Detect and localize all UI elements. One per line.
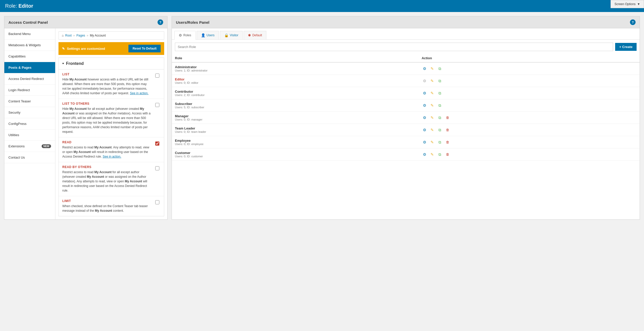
visitor-tab-icon: 🔒 (224, 33, 229, 37)
limit-checkbox[interactable] (155, 200, 159, 204)
delete-icon-customer[interactable]: 🗑 (445, 152, 450, 157)
copy-icon-administrator[interactable]: ⧉ (437, 66, 443, 72)
tab-visitor[interactable]: 🔒 Visitor (220, 31, 243, 39)
gear-icon-customer[interactable]: ⚙ (422, 152, 427, 157)
action-icons-administrator: ⚙✎⧉ (422, 66, 637, 72)
edit-icon-editor[interactable]: ✎ (429, 78, 435, 84)
roles-table: Role Action AdministratorUsers: 1; ID: a… (172, 54, 640, 161)
read-by-others-checkbox[interactable] (155, 166, 159, 170)
edit-icon-employee[interactable]: ✎ (429, 139, 435, 145)
banner-text: Settings are customized (67, 47, 105, 51)
edit-icon-administrator[interactable]: ✎ (429, 66, 435, 72)
breadcrumb-current: My Account (90, 34, 106, 37)
gear-icon-employee[interactable]: ⚙ (422, 139, 427, 145)
sidebar-item-posts-pages[interactable]: Posts & Pages (4, 62, 55, 73)
list-checkbox[interactable] (155, 74, 159, 78)
tab-users[interactable]: 👤 Users (197, 31, 219, 39)
read-checkbox[interactable] (155, 141, 159, 146)
role-meta-team-leader: Users: 0; ID: team leader (175, 130, 415, 133)
sidebar-item-extensions[interactable]: Extensions NEW (4, 141, 55, 152)
breadcrumb: ⌂ Root » Pages » My Account (58, 31, 164, 40)
copy-icon-subscriber[interactable]: ⧉ (437, 103, 443, 108)
access-row-read-by-others: READ BY OTHERS Restrict access to read M… (59, 162, 164, 196)
sidebar-item-metaboxes-widgets[interactable]: Metaboxes & Widgets (4, 40, 55, 51)
limit-title: LIMIT (62, 199, 151, 203)
edit-icon-customer[interactable]: ✎ (429, 152, 435, 157)
page-title-prefix: Role: (5, 3, 18, 9)
copy-icon-customer[interactable]: ⧉ (437, 152, 443, 157)
gear-icon-editor[interactable]: ⚙ (422, 78, 427, 84)
sidebar-item-capabilities[interactable]: Capabilities (4, 51, 55, 62)
sidebar-item-backend-menu[interactable]: Backend Menu (4, 28, 55, 40)
role-name-customer: Customer (175, 151, 415, 155)
role-meta-employee: Users: 0; ID: employee (175, 143, 415, 146)
home-icon: ⌂ (62, 34, 64, 37)
page-header: Role: Editor (0, 0, 644, 12)
breadcrumb-root[interactable]: Root (65, 34, 71, 37)
access-panel-help-button[interactable]: ? (158, 19, 163, 25)
role-meta-customer: Users: 0; ID: customer (175, 155, 415, 158)
copy-icon-contributor[interactable]: ⧉ (437, 90, 443, 96)
edit-icon-manager[interactable]: ✎ (429, 115, 435, 121)
edit-icon-subscriber[interactable]: ✎ (429, 103, 435, 108)
access-panel-header: Access Control Panel ? (4, 16, 167, 28)
copy-icon-employee[interactable]: ⧉ (437, 139, 443, 145)
gear-icon-contributor[interactable]: ⚙ (422, 90, 427, 96)
role-name-employee: Employee (175, 139, 415, 143)
delete-icon-employee[interactable]: 🗑 (445, 139, 450, 145)
search-role-input[interactable] (175, 43, 613, 51)
edit-icon-contributor[interactable]: ✎ (429, 90, 435, 96)
roles-panel-title: Users/Roles Panel (176, 20, 209, 25)
table-row: AdministratorUsers: 1; ID: administrator… (172, 62, 640, 75)
gear-icon-subscriber[interactable]: ⚙ (422, 103, 427, 108)
edit-icon-team-leader[interactable]: ✎ (429, 127, 435, 133)
table-row: EmployeeUsers: 0; ID: employee⚙✎⧉🗑 (172, 136, 640, 148)
gear-icon-team-leader[interactable]: ⚙ (422, 127, 427, 133)
table-row: SubscriberUsers: 5; ID: subscriber⚙✎⧉ (172, 99, 640, 112)
gear-icon-administrator[interactable]: ⚙ (422, 66, 427, 72)
sidebar-item-utilities[interactable]: Utilities (4, 129, 55, 141)
role-meta-subscriber: Users: 5; ID: subscriber (175, 106, 415, 109)
copy-icon-manager[interactable]: ⧉ (437, 115, 443, 121)
copy-icon-editor[interactable]: ⧉ (437, 78, 443, 84)
reset-to-default-button[interactable]: Reset To Default (128, 45, 161, 52)
read-desc: Restrict access to read My Account. Any … (62, 145, 151, 159)
sidebar-item-login-redirect[interactable]: Login Redirect (4, 85, 55, 96)
delete-icon-team-leader[interactable]: 🗑 (445, 127, 450, 133)
action-icons-contributor: ⚙✎⧉ (422, 90, 637, 96)
create-role-button[interactable]: + Create (615, 43, 637, 51)
table-row: ContributorUsers: 2; ID: contributor⚙✎⧉ (172, 87, 640, 99)
list-to-others-checkbox[interactable] (155, 103, 159, 107)
delete-icon-manager[interactable]: 🗑 (445, 115, 450, 121)
list-to-others-desc: Hide My Account for all except author (w… (62, 107, 151, 134)
sidebar-item-content-teaser[interactable]: Content Teaser (4, 96, 55, 107)
access-control-panel: Access Control Panel ? Backend Menu Meta… (4, 16, 168, 220)
copy-icon-team-leader[interactable]: ⧉ (437, 127, 443, 133)
breadcrumb-pages[interactable]: Pages (76, 34, 85, 37)
frontend-header: ▪ Frontend (59, 58, 164, 69)
search-create-bar: + Create (172, 40, 640, 54)
check-icon: ✎ (62, 47, 65, 51)
main-layout: Access Control Panel ? Backend Menu Meta… (0, 12, 644, 224)
sidebar-item-configpress[interactable]: ConfigPress (4, 118, 55, 129)
screen-options-button[interactable]: Screen Options ▼ (611, 0, 644, 8)
access-row-list: LIST Hide My Account however access with… (59, 69, 164, 99)
tab-default[interactable]: ✱ Default (244, 31, 266, 39)
tab-roles[interactable]: ⚙ Roles (174, 31, 196, 40)
table-row: CustomerUsers: 0; ID: customer⚙✎⧉🗑 (172, 148, 640, 161)
content-area: ⌂ Root » Pages » My Account ✎ Settings a… (55, 28, 167, 219)
chevron-down-icon: ▼ (637, 2, 640, 6)
action-icons-employee: ⚙✎⧉🗑 (422, 139, 637, 145)
read-title: READ (62, 140, 151, 144)
roles-panel-help-button[interactable]: ? (630, 19, 636, 25)
sidebar-item-contact-us[interactable]: Contact Us (4, 152, 55, 163)
gear-icon-manager[interactable]: ⚙ (422, 115, 427, 121)
sidebar-item-security[interactable]: Security (4, 107, 55, 118)
col-role: Role (172, 54, 419, 62)
roles-panel-header: Users/Roles Panel ? (172, 16, 640, 28)
role-name-team-leader: Team Leader (175, 126, 415, 130)
roles-tab-icon: ⚙ (179, 33, 182, 37)
sidebar-item-access-denied[interactable]: Access Denied Redirect (4, 73, 55, 85)
screen-options-label: Screen Options (614, 2, 636, 6)
list-title: LIST (62, 73, 151, 76)
